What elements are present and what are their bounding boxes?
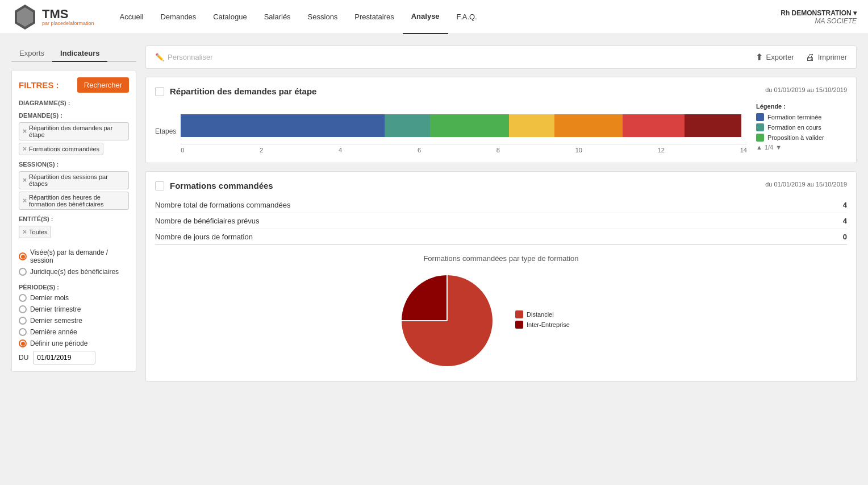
stat-value-0: 4 <box>843 201 847 209</box>
tag-label: Toutes <box>29 229 47 235</box>
diagrammes-label: DIAGRAMME(S) : <box>19 100 129 106</box>
radio-group-periode: Dernier mois Dernier trimestre Dernier s… <box>19 294 129 347</box>
radio-juridique[interactable]: Juridique(s) des bénéficiaires <box>19 268 129 276</box>
du-label: DU <box>19 354 28 362</box>
legend-color-2 <box>756 134 764 142</box>
radio-group-visee: Visée(s) par la demande / session Juridi… <box>19 248 129 276</box>
prev-legend-icon[interactable]: ▲ <box>756 144 762 151</box>
radio-visee-circle <box>19 252 27 260</box>
bar-seg-2 <box>430 114 510 137</box>
radio-visee-label: Visée(s) par la demande / session <box>30 248 129 264</box>
nav-faq[interactable]: F.A.Q. <box>448 0 486 34</box>
bar-seg-3 <box>509 114 554 137</box>
nav-salaries[interactable]: Salariés <box>256 0 299 34</box>
stat-row-1: Nombre de bénéficiaires prévus 4 <box>155 213 847 229</box>
radio-dernier-mois-label: Dernier mois <box>30 294 69 302</box>
chart-repartition: Répartition des demandes par étape du 01… <box>145 77 857 163</box>
legend-item-0: Formation terminée <box>756 113 847 121</box>
x-label-6: 6 <box>418 147 421 154</box>
rechercher-button[interactable]: Rechercher <box>77 77 129 93</box>
nav-demandes[interactable]: Demandes <box>152 0 205 34</box>
nav-accueil[interactable]: Accueil <box>111 0 152 34</box>
remove-tag-formations[interactable]: × <box>23 145 27 153</box>
entite-tags: × Toutes <box>19 226 129 238</box>
remove-tag-demandes[interactable]: × <box>23 127 27 135</box>
page-tabs: Exports Indicateurs <box>11 45 136 62</box>
radio-dernier-mois[interactable]: Dernier mois <box>19 294 129 302</box>
chart1-header: Répartition des demandes par étape du 01… <box>155 86 847 96</box>
personaliser-button[interactable]: ✏️ Personnaliser <box>155 53 213 61</box>
x-label-0: 0 <box>181 147 184 154</box>
stat-value-1: 4 <box>843 217 847 225</box>
nav-sessions[interactable]: Sessions <box>299 0 347 34</box>
nav-analyse[interactable]: Analyse <box>403 0 448 34</box>
legend-color-0 <box>756 113 764 121</box>
bar-chart: Etapes <box>155 109 747 154</box>
pie-legend-color-0 <box>515 310 523 318</box>
logo-icon <box>11 3 39 31</box>
radio-visee[interactable]: Visée(s) par la demande / session <box>19 248 129 264</box>
pie-area: Distanciel Inter-Entreprise <box>155 270 847 372</box>
chart2-title: Formations commandées <box>170 181 273 190</box>
imprimer-button[interactable]: 🖨 Imprimer <box>806 52 847 63</box>
remove-tag-sessions[interactable]: × <box>23 176 27 184</box>
nav-prestataires[interactable]: Prestataires <box>346 0 402 34</box>
radio-derniere-annee-label: Dernière année <box>30 328 77 336</box>
pie-legend: Distanciel Inter-Entreprise <box>515 310 606 331</box>
tag-formations-commandees[interactable]: × Formations commandées <box>19 143 103 155</box>
pie-section: Formations commandées par type de format… <box>155 254 847 372</box>
legend-pagination: 1/4 <box>765 144 773 151</box>
du-input[interactable] <box>33 351 95 364</box>
legend-label-2: Proposition à valider <box>767 134 824 141</box>
stat-row-0: Nombre total de formations commandées 4 <box>155 197 847 213</box>
filter-title: FILTRES : <box>19 80 59 90</box>
logo-tms-text: TMS <box>42 8 94 20</box>
tab-indicateurs[interactable]: Indicateurs <box>52 45 107 62</box>
remove-tag-toutes[interactable]: × <box>23 228 27 236</box>
chart1-title: Répartition des demandes par étape <box>170 86 316 96</box>
sessions-label: SESSION(S) : <box>19 161 129 168</box>
x-axis: 0 2 4 6 8 10 12 14 <box>181 144 747 154</box>
date-du-row: DU <box>19 351 129 364</box>
legend-color-1 <box>756 123 764 131</box>
tag-toutes[interactable]: × Toutes <box>19 226 51 238</box>
chart1-checkbox[interactable] <box>155 87 164 96</box>
y-axis-label: Etapes <box>155 109 181 154</box>
legend-label-1: Formation en cours <box>767 124 821 131</box>
radio-dernier-mois-circle <box>19 294 27 302</box>
stat-label-1: Nombre de bénéficiaires prévus <box>155 217 260 225</box>
stat-value-2: 0 <box>843 233 847 241</box>
chart1-legend: Légende : Formation terminée Formation e… <box>756 103 847 151</box>
tag-repartition-demandes[interactable]: × Répartition des demandes par étape <box>19 122 129 140</box>
x-label-8: 8 <box>496 147 500 154</box>
radio-definir-periode[interactable]: Définir une période <box>19 339 129 347</box>
exporter-button[interactable]: ⬆ Exporter <box>756 52 794 63</box>
remove-tag-heures[interactable]: × <box>23 197 27 205</box>
session-tags: × Répartition des sessions par étapes × … <box>19 171 129 210</box>
bar-seg-6 <box>685 114 741 137</box>
next-legend-icon[interactable]: ▼ <box>775 144 782 151</box>
tag-repartition-heures[interactable]: × Répartition des heures de formation de… <box>19 192 129 210</box>
chart1-graph-area: Etapes <box>155 103 747 154</box>
tab-exports[interactable]: Exports <box>11 45 52 62</box>
user-menu[interactable]: Rh DEMONSTRATION ▾ MA SOCIETE <box>781 9 857 25</box>
x-label-10: 10 <box>575 147 582 154</box>
printer-icon: 🖨 <box>806 52 815 63</box>
radio-derniere-annee[interactable]: Dernière année <box>19 328 129 336</box>
logo[interactable]: TMS par placedelaformation <box>11 3 94 31</box>
nav-catalogue[interactable]: Catalogue <box>205 0 255 34</box>
radio-dernier-trimestre-circle <box>19 305 27 313</box>
pie-legend-item-0: Distanciel <box>515 310 606 318</box>
main-nav: Accueil Demandes Catalogue Salariés Sess… <box>111 0 781 34</box>
chart-toolbar: ✏️ Personnaliser ⬆ Exporter 🖨 Imprimer <box>145 45 857 69</box>
radio-dernier-trimestre[interactable]: Dernier trimestre <box>19 305 129 313</box>
logo-sub-text: par placedelaformation <box>42 20 94 26</box>
legend-item-2: Proposition à valider <box>756 134 847 142</box>
radio-dernier-semestre[interactable]: Dernier semestre <box>19 317 129 325</box>
tag-repartition-sessions[interactable]: × Répartition des sessions par étapes <box>19 171 129 189</box>
chart2-checkbox[interactable] <box>155 181 164 190</box>
x-label-12: 12 <box>658 147 665 154</box>
pie-legend-label-1: Inter-Entreprise <box>527 321 570 328</box>
x-label-2: 2 <box>260 147 263 154</box>
tag-label: Répartition des heures de formation des … <box>29 194 125 208</box>
